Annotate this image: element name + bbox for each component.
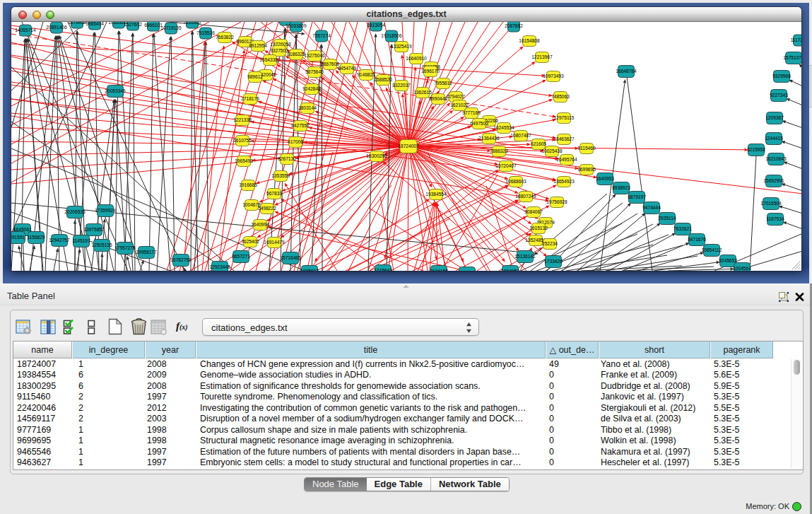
svg-text:15751074: 15751074: [783, 55, 801, 60]
svg-text:8186323: 8186323: [287, 52, 305, 57]
svg-text:16782759: 16782759: [170, 257, 192, 262]
svg-text:10688603: 10688603: [505, 179, 526, 184]
svg-text:567833: 567833: [266, 191, 282, 196]
svg-text:5875645: 5875645: [305, 69, 324, 74]
svg-text:7616362: 7616362: [183, 22, 201, 25]
svg-text:6879197: 6879197: [628, 194, 646, 199]
svg-text:13654923: 13654923: [553, 179, 575, 184]
svg-text:1353559: 1353559: [271, 173, 290, 178]
svg-text:1095817: 1095817: [300, 269, 319, 271]
svg-text:10654112: 10654112: [702, 247, 722, 252]
svg-text:1527602: 1527602: [124, 22, 142, 27]
svg-text:18724007: 18724007: [398, 144, 419, 148]
svg-text:1640994: 1640994: [251, 222, 269, 227]
svg-text:1610755: 1610755: [233, 138, 252, 143]
svg-text:6966101: 6966101: [144, 23, 163, 28]
svg-text:8912954: 8912954: [249, 43, 267, 48]
svg-text:1362615: 1362615: [413, 90, 432, 95]
svg-text:989612: 989612: [247, 74, 263, 79]
svg-text:1640953: 1640953: [596, 176, 614, 181]
svg-text:16543382: 16543382: [259, 57, 281, 62]
svg-text:417006: 417006: [288, 139, 303, 144]
svg-text:621605: 621605: [531, 141, 546, 146]
svg-text:7955812: 7955812: [434, 81, 452, 86]
svg-text:1916685: 1916685: [239, 182, 257, 187]
svg-text:252234: 252234: [542, 241, 558, 246]
svg-text:6497503: 6497503: [470, 121, 488, 126]
svg-text:7357274: 7357274: [312, 33, 331, 38]
svg-text:8990444: 8990444: [429, 96, 447, 101]
svg-text:8427552: 8427552: [291, 123, 310, 128]
svg-text:1145197: 1145197: [72, 238, 90, 243]
svg-text:18300295: 18300295: [366, 153, 387, 158]
svg-text:391591: 391591: [11, 235, 25, 240]
svg-text:1965493: 1965493: [235, 158, 253, 163]
svg-text:8154212: 8154212: [458, 270, 476, 271]
svg-text:9146821: 9146821: [357, 72, 375, 77]
svg-text:9657271: 9657271: [232, 254, 250, 259]
svg-text:2803144: 2803144: [298, 105, 317, 110]
svg-text:5498222: 5498222: [258, 206, 276, 211]
svg-text:10719135: 10719135: [160, 25, 182, 30]
svg-text:12213967: 12213967: [531, 54, 553, 59]
svg-text:1621022: 1621022: [450, 103, 469, 107]
svg-text:1209387: 1209387: [765, 115, 784, 120]
svg-text:16033809: 16033809: [286, 23, 307, 28]
svg-text:9474444: 9474444: [642, 205, 661, 210]
svg-text:9084067: 9084067: [524, 209, 543, 214]
svg-text:8813054: 8813054: [367, 23, 385, 28]
svg-text:17957275: 17957275: [114, 245, 136, 250]
svg-text:7886322: 7886322: [490, 148, 508, 153]
svg-text:15692991: 15692991: [763, 178, 784, 183]
svg-text:19756928: 19756928: [546, 199, 567, 204]
svg-text:8267130: 8267130: [278, 156, 296, 161]
svg-text:8454749: 8454749: [338, 66, 356, 71]
svg-text:21364436: 21364436: [478, 136, 500, 141]
svg-text:9227343: 9227343: [770, 93, 788, 98]
svg-text:13325419: 13325419: [391, 44, 412, 49]
svg-text:1876400: 1876400: [68, 22, 86, 25]
svg-text:1167534: 1167534: [766, 216, 784, 221]
svg-text:8322037: 8322037: [392, 83, 411, 88]
svg-text:14055714: 14055714: [15, 28, 36, 33]
svg-text:9245652: 9245652: [719, 258, 737, 263]
svg-text:26495764: 26495764: [556, 157, 577, 162]
svg-text:16648784: 16648784: [616, 69, 637, 74]
svg-text:10973493: 10973493: [543, 74, 564, 78]
svg-text:7515526: 7515526: [196, 30, 215, 35]
svg-text:15720407: 15720407: [495, 163, 517, 168]
svg-text:9115460: 9115460: [577, 146, 596, 151]
svg-text:1244415: 1244415: [765, 136, 783, 141]
svg-text:15136141: 15136141: [514, 254, 536, 259]
svg-text:1615132: 1615132: [529, 226, 548, 230]
svg-text:2867608: 2867608: [321, 62, 339, 66]
svg-text:9777169: 9777169: [462, 110, 481, 115]
svg-text:1064052: 1064052: [501, 269, 519, 271]
svg-text:9327503: 9327503: [270, 48, 288, 53]
svg-text:7625402: 7625402: [241, 239, 259, 244]
svg-text:12923448: 12923448: [209, 264, 230, 269]
svg-text:1696170: 1696170: [421, 69, 440, 74]
svg-text:2935114: 2935114: [658, 216, 676, 221]
svg-text:15716485: 15716485: [280, 255, 301, 260]
svg-text:1117203: 1117203: [791, 37, 801, 42]
svg-text:1588520: 1588520: [374, 77, 392, 82]
svg-text:7632621: 7632621: [673, 226, 692, 231]
svg-text:16914479: 16914479: [264, 240, 285, 245]
svg-text:8938923: 8938923: [612, 185, 630, 190]
svg-text:16245534: 16245534: [493, 125, 514, 130]
svg-text:19958177: 19958177: [136, 250, 157, 255]
svg-text:9134155: 9134155: [430, 269, 448, 271]
svg-text:17016504: 17016504: [760, 201, 782, 206]
svg-text:1156829: 1156829: [27, 235, 45, 240]
svg-text:3215958: 3215958: [747, 147, 765, 152]
svg-text:16210643: 16210643: [765, 156, 787, 161]
svg-text:10807487: 10807487: [510, 133, 531, 138]
svg-text:20891406: 20891406: [46, 25, 67, 30]
svg-text:1733426: 1733426: [544, 259, 563, 264]
svg-text:18807249: 18807249: [515, 194, 536, 199]
svg-text:12942757: 12942757: [49, 238, 70, 243]
svg-text:13275046: 13275046: [304, 53, 325, 58]
svg-text:9699695: 9699695: [577, 167, 596, 172]
svg-text:20206535: 20206535: [64, 209, 86, 214]
